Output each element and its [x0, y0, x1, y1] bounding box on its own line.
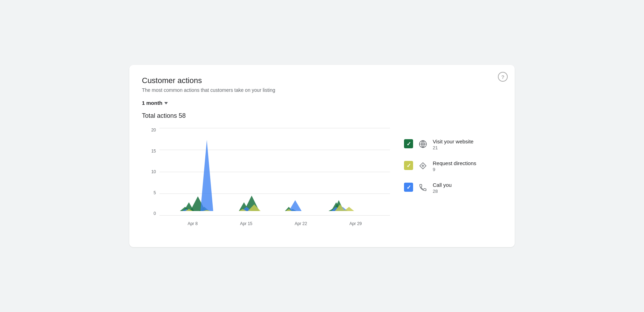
- phone-icon: [417, 182, 429, 193]
- x-label-apr8: Apr 8: [187, 221, 198, 226]
- chart-inner: 0 5 10 15 20: [142, 128, 390, 226]
- chart-container: 0 5 10 15 20: [142, 128, 390, 226]
- chart-area-calls-apr8-spike: [200, 140, 213, 211]
- chart-area-calls-apr22: [289, 200, 302, 211]
- legend-count-calls: 28: [433, 189, 452, 194]
- chart-area-directions-apr29-2: [344, 207, 354, 211]
- checkmark-directions: ✓: [406, 162, 411, 169]
- chevron-down-icon: [164, 102, 168, 104]
- card-subtitle: The most common actions that customers t…: [142, 87, 502, 93]
- legend-text-directions: Request directions 9: [433, 160, 476, 172]
- legend-checkbox-website[interactable]: ✓: [404, 139, 413, 148]
- chart-svg: [159, 128, 390, 216]
- x-labels: Apr 8 Apr 15 Apr 22 Apr 29: [159, 221, 390, 226]
- y-label-0: 0: [142, 211, 156, 216]
- website-icon: [417, 138, 429, 150]
- legend-count-directions: 9: [433, 167, 476, 172]
- y-axis: 0 5 10 15 20: [142, 128, 156, 226]
- card-title: Customer actions: [142, 76, 502, 85]
- legend-name-directions: Request directions: [433, 160, 476, 166]
- y-label-15: 15: [142, 149, 156, 153]
- total-actions-label: Total actions 58: [142, 112, 502, 120]
- legend-count-website: 21: [433, 145, 473, 150]
- legend-name-calls: Call you: [433, 182, 452, 188]
- x-label-apr22: Apr 22: [295, 221, 307, 226]
- y-label-5: 5: [142, 191, 156, 195]
- legend-item-website: ✓ Visit your website 21: [404, 138, 502, 150]
- legend-item-calls: ✓ Call you 28: [404, 182, 502, 194]
- period-selector[interactable]: 1 month: [142, 100, 502, 106]
- y-label-20: 20: [142, 128, 156, 132]
- legend-checkbox-calls[interactable]: ✓: [404, 183, 413, 192]
- x-label-apr29: Apr 29: [349, 221, 362, 226]
- checkmark-calls: ✓: [406, 184, 411, 191]
- directions-icon: [417, 160, 429, 171]
- y-label-10: 10: [142, 170, 156, 174]
- chart-area: 0 5 10 15 20: [142, 128, 502, 226]
- x-label-apr15: Apr 15: [240, 221, 252, 226]
- legend-text-calls: Call you 28: [433, 182, 452, 194]
- legend-text-website: Visit your website 21: [433, 138, 473, 150]
- legend-item-directions: ✓ Request directions 9: [404, 160, 502, 172]
- chart-legend: ✓ Visit your website 21: [404, 128, 502, 194]
- help-button[interactable]: ?: [498, 72, 508, 82]
- customer-actions-card: ? Customer actions The most common actio…: [129, 65, 515, 247]
- legend-checkbox-directions[interactable]: ✓: [404, 161, 413, 170]
- legend-name-website: Visit your website: [433, 138, 473, 144]
- help-icon: ?: [501, 74, 504, 80]
- period-label: 1 month: [142, 100, 162, 106]
- checkmark-website: ✓: [406, 141, 411, 147]
